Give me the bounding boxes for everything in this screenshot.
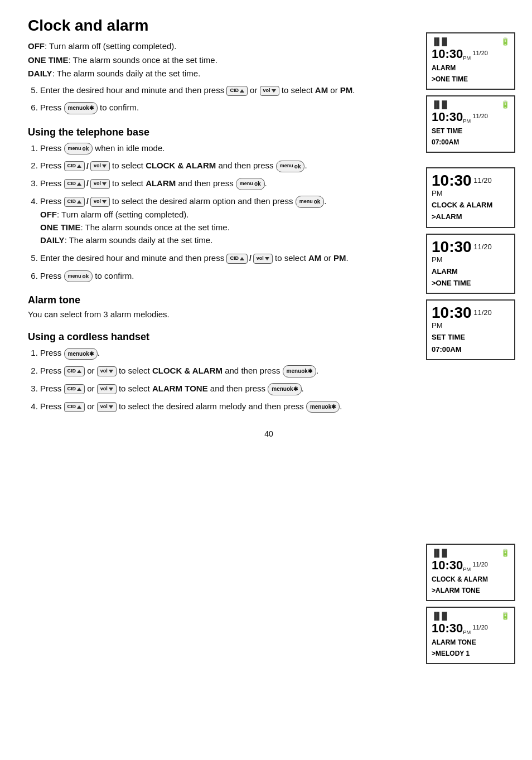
screen-s4-line1: ALARM: [432, 267, 510, 277]
screen-s4: 10:30 11/20 PM ALARM >ONE TIME: [426, 234, 515, 294]
cid-up-btn-5: CID: [226, 254, 248, 264]
screen-s4-line2: >ONE TIME: [432, 278, 510, 288]
vol-down-h2: vol: [97, 366, 117, 376]
battery-icon-s7: 🔋: [501, 611, 510, 621]
battery-icon-s1: 🔋: [501, 37, 510, 47]
cid-up-btn-2: CID: [64, 161, 85, 171]
signal-icon-s2: ▐▌█: [432, 100, 447, 110]
screen-s3-line1: CLOCK & ALARM: [432, 200, 510, 210]
screens-low: ▐▌█ 🔋 10:30PM 11/20 CLOCK & ALARM >ALARM…: [426, 544, 515, 664]
cid-up-btn-4: CID: [64, 197, 85, 207]
screen-s7-line1: ALARM TONE: [432, 638, 510, 647]
off-text: : Turn alarm off (setting completed).: [45, 41, 177, 51]
vol-down-btn-2: vol: [90, 161, 110, 171]
screen-s1-header: ▐▌█ 🔋: [432, 37, 510, 47]
screen-s4-time: 10:30 11/20 PM: [432, 239, 510, 265]
vol-down-btn-3: vol: [90, 179, 110, 189]
vol-down-btn-5: vol: [253, 254, 273, 264]
screen-s2-line2: 07:00AM: [432, 138, 510, 147]
screen-s7-header: ▐▌█ 🔋: [432, 611, 510, 621]
screen-s6-line1: CLOCK & ALARM: [432, 575, 510, 584]
menu-ok-star-h1: menuok ✱: [64, 348, 98, 360]
cid-up-group-2: CID / vol: [64, 161, 110, 173]
menu-ok-btn-6: menuok: [64, 270, 93, 283]
vol-down-h3: vol: [97, 384, 117, 394]
signal-icon-s7: ▐▌█: [432, 611, 447, 621]
screen-s2-line1: SET TIME: [432, 127, 510, 136]
screen-s5-time: 10:30 11/20 PM: [432, 305, 510, 331]
screen-s5: 10:30 11/20 PM SET TIME 07:00AM: [426, 299, 515, 360]
step-h-3: Press CID or vol to select ALARM TONE an…: [40, 382, 510, 395]
screen-s6-line2: >ALARM TONE: [432, 586, 510, 596]
menu-ok-btn-3: menuok: [236, 178, 265, 190]
menu-ok-btn-1: menuok: [64, 143, 93, 155]
cid-up-group-3: CID / vol: [64, 178, 110, 190]
vol-down-btn-4: vol: [90, 197, 110, 207]
vol-down-btn: vol: [260, 86, 279, 96]
screen-s3-time: 10:30 11/20 PM: [432, 173, 510, 199]
screens-top: ▐▌█ 🔋 10:30PM 11/20 ALARM >ONE TIME ▐▌█ …: [426, 32, 515, 153]
battery-icon-s6: 🔋: [501, 548, 510, 558]
screen-s1-line1: ALARM: [432, 64, 510, 73]
cid-up-h3: CID: [64, 384, 85, 394]
screen-s7-line2: >MELODY 1: [432, 649, 510, 659]
page-number: 40: [28, 429, 510, 438]
screens-mid: 10:30 11/20 PM CLOCK & ALARM >ALARM 10:3…: [426, 167, 515, 360]
menu-ok-star-h3: menuok ✱: [268, 383, 301, 395]
cid-up-h2: CID: [64, 366, 85, 376]
menu-ok-btn-4: menuok: [296, 196, 325, 208]
signal-icon-s1: ▐▌█: [432, 37, 447, 47]
onetime-text: : The alarm sounds once at the set time.: [69, 55, 217, 65]
screen-s1-time: 10:30PM 11/20: [432, 48, 510, 62]
vol-down-h4: vol: [97, 402, 117, 412]
onetime-label: ONE TIME: [28, 55, 69, 65]
screen-s2: ▐▌█ 🔋 10:30PM 11/20 SET TIME 07:00AM: [426, 95, 515, 153]
screen-s6-header: ▐▌█ 🔋: [432, 548, 510, 558]
screen-s6: ▐▌█ 🔋 10:30PM 11/20 CLOCK & ALARM >ALARM…: [426, 544, 515, 601]
screen-s1-line2: >ONE TIME: [432, 75, 510, 84]
screen-s7-time: 10:30PM 11/20: [432, 622, 510, 636]
screen-s5-line1: SET TIME: [432, 332, 510, 342]
screen-s1: ▐▌█ 🔋 10:30PM 11/20 ALARM >ONE TIME: [426, 32, 515, 90]
cid-up-btn-3: CID: [64, 179, 85, 189]
daily-label: DAILY: [28, 69, 52, 78]
screen-s3: 10:30 11/20 PM CLOCK & ALARM >ALARM: [426, 167, 515, 228]
menu-ok-star-h2: menuok ✱: [283, 365, 316, 377]
step-h-2: Press CID or vol to select CLOCK & ALARM…: [40, 364, 510, 377]
cid-up-h4: CID: [64, 402, 85, 412]
screen-s2-time: 10:30PM 11/20: [432, 111, 510, 125]
step-h-4: Press CID or vol to select the desired a…: [40, 400, 510, 413]
screen-s5-line2: 07:00AM: [432, 345, 510, 355]
off-label: OFF: [28, 41, 45, 51]
cid-up-group-5: CID / vol: [226, 253, 272, 265]
menu-ok-star-btn: menuok ✱: [64, 102, 98, 114]
screen-s7: ▐▌█ 🔋 10:30PM 11/20 ALARM TONE >MELODY 1: [426, 607, 515, 664]
cid-up-btn: CID: [226, 86, 248, 96]
daily-text: : The alarm sounds daily at the set time…: [52, 69, 201, 78]
cid-up-group-4: CID / vol: [64, 196, 110, 208]
battery-icon-s2: 🔋: [501, 100, 510, 110]
screen-s6-time: 10:30PM 11/20: [432, 559, 510, 573]
signal-icon-s6: ▐▌█: [432, 548, 447, 558]
screen-s2-header: ▐▌█ 🔋: [432, 100, 510, 110]
screen-s3-line2: >ALARM: [432, 212, 510, 222]
menu-ok-btn-2: menuok: [276, 161, 305, 173]
menu-ok-star-h4: menuok ✱: [306, 401, 340, 413]
